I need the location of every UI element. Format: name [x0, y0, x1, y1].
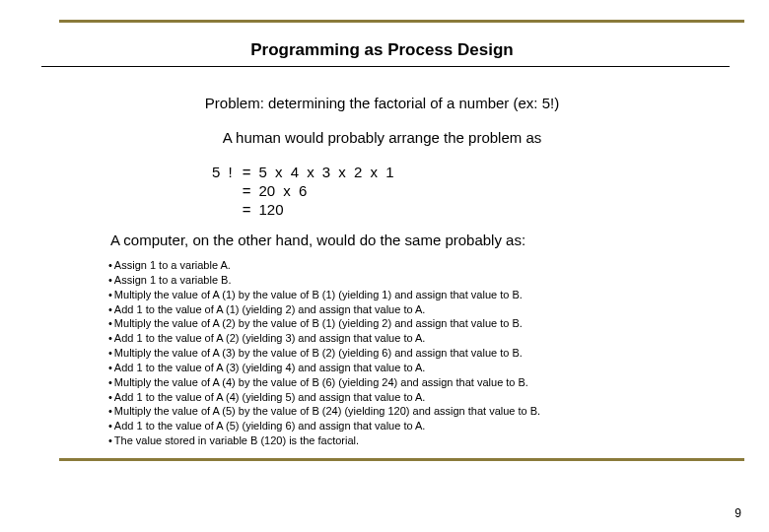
computer-intro: A computer, on the other hand, would do … [110, 232, 744, 248]
list-item: Add 1 to the value of A (1) (yielding 2)… [108, 302, 744, 317]
page-title: Programming as Process Design [20, 40, 744, 60]
eq-equals: = [243, 182, 251, 199]
list-item: The value stored in variable B (120) is … [108, 433, 744, 448]
step-list: Assign 1 to a variable A. Assign 1 to a … [108, 258, 744, 448]
problem-statement: Problem: determining the factorial of a … [20, 95, 744, 111]
page-number: 9 [734, 506, 741, 520]
list-item: Add 1 to the value of A (5) (yielding 6)… [108, 419, 744, 433]
list-item: Multiply the value of A (2) by the value… [108, 316, 744, 331]
top-rule [59, 20, 744, 23]
eq-equals: = [243, 201, 251, 218]
eq-equals: = [243, 164, 251, 180]
equation-block: 5 ! = 5 x 4 x 3 x 2 x 1 = 20 x 6 = 120 [212, 164, 394, 218]
list-item: Assign 1 to a variable A. [108, 258, 744, 273]
eq-right: 5 x 4 x 3 x 2 x 1 [258, 164, 393, 180]
list-item: Add 1 to the value of A (4) (yielding 5)… [108, 390, 744, 405]
title-underline [41, 66, 730, 67]
list-item: Multiply the value of A (4) by the value… [108, 375, 744, 390]
eq-right: 120 [258, 201, 393, 218]
list-item: Assign 1 to a variable B. [108, 273, 744, 288]
eq-left [212, 201, 235, 218]
human-intro: A human would probably arrange the probl… [20, 129, 744, 146]
list-item: Multiply the value of A (1) by the value… [108, 288, 744, 302]
list-item: Multiply the value of A (5) by the value… [108, 404, 744, 419]
eq-left: 5 ! [212, 164, 235, 180]
bottom-rule [59, 458, 744, 461]
list-item: Add 1 to the value of A (2) (yielding 3)… [108, 331, 744, 346]
list-item: Add 1 to the value of A (3) (yielding 4)… [108, 361, 744, 375]
eq-right: 20 x 6 [258, 182, 393, 199]
eq-left [212, 182, 235, 199]
list-item: Multiply the value of A (3) by the value… [108, 346, 744, 361]
